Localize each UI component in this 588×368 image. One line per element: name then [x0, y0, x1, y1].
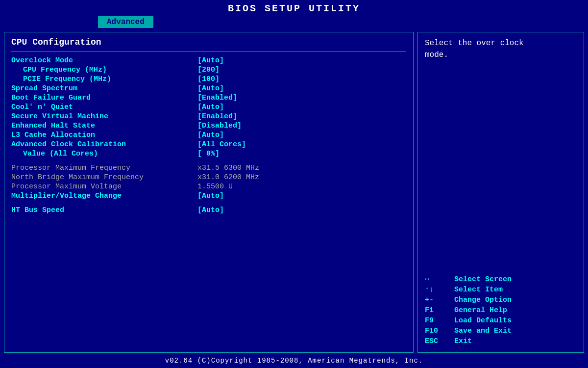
key-row-f9: F9 Load Defaults — [425, 316, 577, 325]
value-cpu-freq: [200] — [197, 66, 220, 74]
value-cool-n-quiet: [Auto] — [197, 103, 224, 111]
spacer1 — [11, 159, 406, 164]
key-symbol-f9: F9 — [425, 316, 454, 325]
value-pcie-freq: [100] — [197, 75, 220, 83]
key-row-change-option: +- Change Option — [425, 296, 577, 304]
row-cpu-freq[interactable]: CPU Frequency (MHz) [200] — [11, 66, 406, 74]
main-content: CPU Configuration Overclock Mode [Auto] … — [0, 28, 588, 353]
value-acc-value: [ 0%] — [197, 150, 220, 158]
key-desc-general-help: General Help — [454, 306, 507, 315]
key-desc-select-screen: Select Screen — [454, 275, 512, 284]
key-help: ↔ Select Screen ↑↓ Select Item +- Change… — [425, 275, 577, 347]
section-title: CPU Configuration — [11, 37, 406, 47]
value-l3-cache: [Auto] — [197, 131, 224, 139]
row-enhanced-halt[interactable]: Enhanced Halt State [Disabled] — [11, 122, 406, 130]
title-bar: BIOS SETUP UTILITY — [0, 0, 588, 16]
row-pcie-freq[interactable]: PCIE Frequency (MHz) [100] — [11, 75, 406, 83]
row-mult-volt[interactable]: Multiplier/Voltage Change [Auto] — [11, 192, 406, 200]
label-acc: Advanced Clock Calibration — [11, 140, 197, 149]
footer-text: v02.64 (C)Copyright 1985-2008, American … — [165, 357, 423, 365]
row-overclock-mode[interactable]: Overclock Mode [Auto] — [11, 56, 406, 65]
key-symbol-f10: F10 — [425, 327, 454, 335]
value-boot-failure-guard: [Enabled] — [197, 94, 237, 102]
row-secure-vm[interactable]: Secure Virtual Machine [Enabled] — [11, 112, 406, 121]
key-desc-select-item: Select Item — [454, 286, 503, 294]
value-proc-max-freq: x31.5 6300 MHz — [197, 164, 259, 172]
label-spread-spectrum: Spread Spectrum — [11, 84, 197, 93]
value-enhanced-halt: [Disabled] — [197, 122, 242, 130]
app-title: BIOS SETUP UTILITY — [228, 3, 360, 14]
key-desc-save-exit: Save and Exit — [454, 327, 512, 335]
help-text: Select the over clock mode. — [425, 37, 577, 61]
row-proc-max-freq: Processor Maximum Frequency x31.5 6300 M… — [11, 164, 406, 172]
key-row-esc: ESC Exit — [425, 337, 577, 345]
row-acc[interactable]: Advanced Clock Calibration [All Cores] — [11, 140, 406, 149]
bios-app: BIOS SETUP UTILITY Advanced CPU Configur… — [0, 0, 588, 368]
tab-advanced[interactable]: Advanced — [98, 16, 153, 28]
label-nb-max-freq: North Bridge Maximum Frequency — [11, 173, 197, 182]
row-spread-spectrum[interactable]: Spread Spectrum [Auto] — [11, 84, 406, 93]
key-desc-load-defaults: Load Defaults — [454, 316, 512, 325]
label-proc-max-volt: Processor Maximum Voltage — [11, 183, 197, 191]
key-symbol-plusminus: +- — [425, 296, 454, 304]
key-symbol-f1: F1 — [425, 306, 454, 315]
key-symbol-arrows: ↔ — [425, 275, 454, 284]
label-boot-failure-guard: Boot Failure Guard — [11, 94, 197, 102]
right-panel: Select the over clock mode. ↔ Select Scr… — [417, 32, 584, 353]
key-row-f10: F10 Save and Exit — [425, 327, 577, 335]
row-cool-n-quiet[interactable]: Cool' n' Quiet [Auto] — [11, 103, 406, 111]
key-symbol-esc: ESC — [425, 337, 454, 345]
key-desc-exit: Exit — [454, 337, 472, 345]
label-l3-cache: L3 Cache Allocation — [11, 131, 197, 139]
label-pcie-freq: PCIE Frequency (MHz) — [11, 75, 197, 83]
row-boot-failure-guard[interactable]: Boot Failure Guard [Enabled] — [11, 94, 406, 102]
key-row-f1: F1 General Help — [425, 306, 577, 315]
label-secure-vm: Secure Virtual Machine — [11, 112, 197, 121]
value-nb-max-freq: x31.0 6200 MHz — [197, 173, 259, 182]
footer: v02.64 (C)Copyright 1985-2008, American … — [0, 353, 588, 368]
value-overclock-mode: [Auto] — [197, 56, 224, 65]
key-desc-change-option: Change Option — [454, 296, 512, 304]
spacer2 — [11, 201, 406, 206]
tab-bar: Advanced — [0, 16, 588, 28]
value-secure-vm: [Enabled] — [197, 112, 237, 121]
row-acc-value[interactable]: Value (All Cores) [ 0%] — [11, 150, 406, 158]
label-acc-value: Value (All Cores) — [11, 150, 197, 158]
row-ht-bus[interactable]: HT Bus Speed [Auto] — [11, 206, 406, 214]
value-proc-max-volt: 1.5500 U — [197, 183, 233, 191]
label-ht-bus: HT Bus Speed — [11, 206, 197, 214]
left-panel: CPU Configuration Overclock Mode [Auto] … — [4, 32, 414, 353]
label-proc-max-freq: Processor Maximum Frequency — [11, 164, 197, 172]
separator — [11, 51, 406, 52]
value-ht-bus: [Auto] — [197, 206, 224, 214]
key-symbol-updown: ↑↓ — [425, 286, 454, 294]
value-mult-volt: [Auto] — [197, 192, 224, 200]
value-spread-spectrum: [Auto] — [197, 84, 224, 93]
row-nb-max-freq: North Bridge Maximum Frequency x31.0 620… — [11, 173, 406, 182]
label-mult-volt: Multiplier/Voltage Change — [11, 192, 197, 200]
row-l3-cache[interactable]: L3 Cache Allocation [Auto] — [11, 131, 406, 139]
value-acc: [All Cores] — [197, 140, 246, 149]
label-overclock-mode: Overclock Mode — [11, 56, 197, 65]
key-row-select-item: ↑↓ Select Item — [425, 286, 577, 294]
row-proc-max-volt: Processor Maximum Voltage 1.5500 U — [11, 183, 406, 191]
label-enhanced-halt: Enhanced Halt State — [11, 122, 197, 130]
key-row-select-screen: ↔ Select Screen — [425, 275, 577, 284]
label-cool-n-quiet: Cool' n' Quiet — [11, 103, 197, 111]
label-cpu-freq: CPU Frequency (MHz) — [11, 66, 197, 74]
